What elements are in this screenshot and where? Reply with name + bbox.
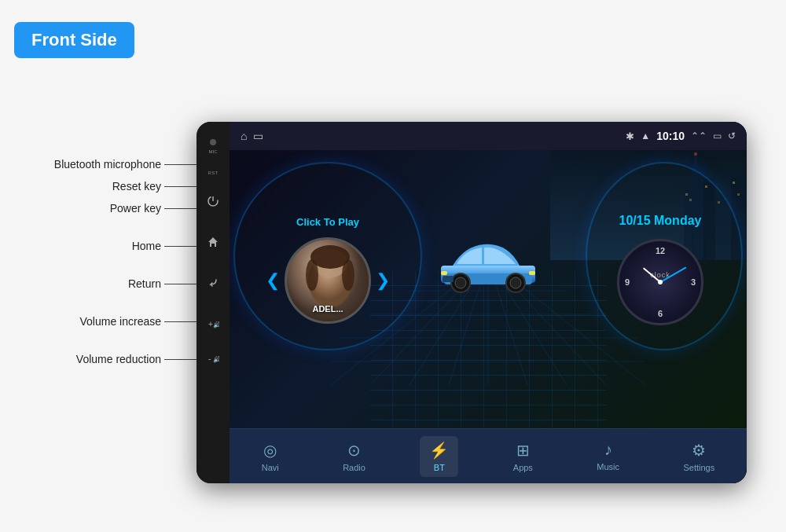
- bt-icon: ⚡: [429, 441, 449, 460]
- svg-rect-48: [443, 276, 454, 282]
- bottom-nav: ◎ Navi ⊙ Radio ⚡ BT ⊞ Apps ♪ Music ⚙ Set…: [230, 428, 747, 483]
- radio-icon: ⊙: [347, 441, 361, 460]
- svg-point-38: [342, 259, 354, 291]
- mic-label: MIC: [209, 149, 218, 154]
- car-unit: MIC RST + 🔊: [196, 122, 747, 483]
- nav-navi[interactable]: ◎ Navi: [252, 436, 288, 477]
- click-to-play-label: Click To Play: [296, 216, 359, 228]
- status-icons-right: ✱ ▲ 10:10 ⌃⌃ ▭ ↺: [626, 130, 736, 142]
- clock-6: 6: [658, 309, 663, 318]
- svg-text:🔊: 🔊: [213, 355, 219, 363]
- music-section: Click To Play ❮: [237, 158, 418, 381]
- navi-icon: ◎: [263, 441, 277, 460]
- apps-label: Apps: [513, 463, 533, 472]
- svg-marker-2: [208, 237, 218, 247]
- svg-point-37: [306, 259, 318, 291]
- label-volume-reduction: Volume reduction: [47, 348, 211, 370]
- clock-face: 12 3 6 9 clock: [617, 239, 703, 325]
- svg-rect-46: [441, 271, 447, 275]
- album-art[interactable]: ADEL...: [285, 237, 371, 324]
- date-section: 10/15 Monday 12 3 6 9 clock: [582, 158, 739, 381]
- svg-point-45: [510, 277, 521, 288]
- nav-settings[interactable]: ⚙ Settings: [674, 436, 724, 477]
- svg-text:🔊: 🔊: [213, 321, 219, 328]
- label-power-key: Power key: [47, 197, 211, 219]
- car-section: [410, 150, 567, 381]
- radio-label: Radio: [343, 463, 365, 472]
- volume-up-icon: + 🔊: [207, 317, 219, 330]
- car-image: [425, 230, 551, 301]
- main-display: Click To Play ❮: [230, 150, 747, 428]
- status-time: 10:10: [656, 130, 685, 142]
- date-display: 10/15 Monday: [619, 214, 702, 228]
- nav-music[interactable]: ♪ Music: [587, 436, 629, 476]
- back-icon: ↺: [728, 130, 736, 141]
- prev-arrow[interactable]: ❮: [261, 270, 285, 291]
- power-button[interactable]: [200, 189, 226, 214]
- expand-icon: ⌃⌃: [691, 130, 707, 141]
- return-icon: [207, 277, 219, 289]
- nav-apps[interactable]: ⊞ Apps: [504, 436, 542, 477]
- svg-rect-47: [529, 271, 535, 275]
- labels-container: Bluetooth microphone Reset key Power key…: [47, 153, 211, 370]
- clock-3: 3: [691, 277, 696, 287]
- bt-label: BT: [434, 463, 445, 472]
- front-side-badge: Front Side: [14, 22, 134, 58]
- svg-point-43: [455, 277, 466, 288]
- label-reset-key: Reset key: [47, 175, 211, 197]
- svg-point-14: [694, 152, 697, 156]
- power-icon: [207, 195, 219, 207]
- rst-label: RST: [208, 171, 219, 175]
- music-icon: ♪: [604, 441, 612, 459]
- apps-icon: ⊞: [516, 441, 530, 460]
- window-icon: ▭: [713, 130, 722, 141]
- bluetooth-icon: ✱: [626, 130, 634, 142]
- home-button[interactable]: [200, 229, 226, 255]
- clock-center-dot: [658, 280, 663, 284]
- album-container: ❮: [261, 237, 395, 324]
- artist-name: ADEL...: [312, 304, 343, 314]
- home-status-icon: ⌂: [241, 130, 247, 142]
- music-label: Music: [597, 462, 619, 471]
- status-icons-left: ⌂ ▭: [241, 130, 619, 142]
- volume-down-icon: - 🔊: [207, 352, 219, 365]
- clock-9: 9: [625, 277, 630, 287]
- navi-label: Navi: [262, 463, 279, 472]
- label-return: Return: [47, 273, 211, 295]
- settings-icon: ⚙: [692, 441, 706, 460]
- settings-label: Settings: [683, 463, 714, 472]
- left-panel: MIC RST + 🔊: [196, 122, 230, 483]
- document-icon: ▭: [253, 130, 263, 142]
- wifi-icon: ▲: [641, 130, 650, 141]
- label-home: Home: [47, 235, 211, 257]
- return-button[interactable]: [200, 270, 226, 295]
- status-bar: ⌂ ▭ ✱ ▲ 10:10 ⌃⌃ ▭ ↺: [230, 122, 747, 150]
- label-volume-increase: Volume increase: [47, 310, 211, 332]
- volume-up-button[interactable]: + 🔊: [200, 311, 226, 336]
- volume-down-button[interactable]: - 🔊: [200, 346, 226, 371]
- reset-button[interactable]: RST: [200, 160, 226, 185]
- home-icon: [207, 236, 219, 248]
- nav-radio[interactable]: ⊙ Radio: [333, 436, 375, 477]
- label-bluetooth-mic: Bluetooth microphone: [47, 153, 211, 175]
- mic-button[interactable]: [210, 139, 216, 145]
- screen-area: ⌂ ▭ ✱ ▲ 10:10 ⌃⌃ ▭ ↺: [230, 122, 747, 483]
- svg-text:-: -: [208, 354, 211, 363]
- nav-bt[interactable]: ⚡ BT: [420, 436, 458, 477]
- clock-12: 12: [656, 246, 665, 255]
- next-arrow[interactable]: ❯: [371, 270, 395, 291]
